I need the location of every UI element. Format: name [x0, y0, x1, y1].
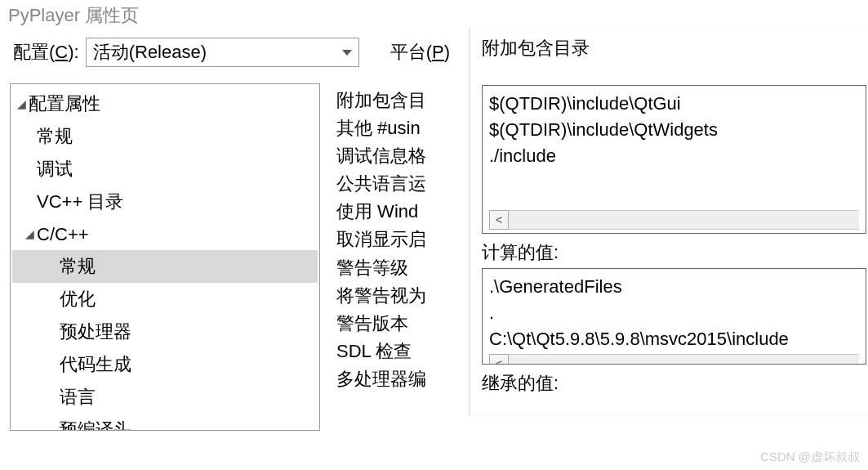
computed-line: . [489, 300, 859, 326]
tree-item-cpp-language[interactable]: 语言 [12, 381, 318, 414]
prop-row[interactable]: 附加包含目 [336, 87, 483, 114]
config-label: 配置(C): [13, 40, 79, 65]
scroll-left-icon[interactable]: < [489, 354, 509, 365]
inherited-label: 继承的值: [482, 371, 866, 396]
edit-line: $(QTDIR)\include\QtWidgets [489, 117, 859, 143]
prop-row[interactable]: 其他 #usin [336, 114, 483, 142]
edit-line: $(QTDIR)\include\QtGui [489, 91, 859, 117]
popup-title: 附加包含目录 [470, 28, 868, 85]
prop-row[interactable]: 警告版本 [336, 310, 483, 338]
prop-row[interactable]: 将警告视为 [336, 282, 483, 310]
edit-line: ./include [489, 143, 859, 169]
scroll-track[interactable] [509, 210, 859, 230]
scroll-track[interactable] [509, 354, 859, 365]
tree-item-cpp-codegen[interactable]: 代码生成 [12, 348, 318, 381]
prop-row[interactable]: 公共语言运 [336, 170, 483, 198]
tree-item-cpp[interactable]: ◢ C/C++ [12, 218, 318, 251]
include-dirs-popup: 附加包含目录 $(QTDIR)\include\QtGui $(QTDIR)\i… [470, 28, 868, 415]
chevron-down-icon [342, 50, 352, 56]
tree-item-cpp-optimize[interactable]: 优化 [12, 283, 318, 316]
computed-line: .\GeneratedFiles [489, 274, 859, 300]
tree-item-vcdirs[interactable]: VC++ 目录 [12, 186, 318, 218]
horizontal-scrollbar[interactable]: < [489, 210, 859, 230]
scroll-left-icon[interactable]: < [489, 210, 509, 230]
watermark: CSDN @虚坏叔叔 [760, 450, 860, 465]
tree-item-cpp-general[interactable]: 常规 [12, 250, 318, 283]
prop-row[interactable]: 调试信息格 [336, 142, 483, 170]
tree-panel[interactable]: ◢ 配置属性 常规 调试 VC++ 目录 ◢ C/C++ 常规 优化 预处理器 … [10, 83, 320, 431]
tree-item-debug[interactable]: 调试 [12, 153, 318, 186]
computed-values-box: .\GeneratedFiles . C:\Qt\Qt5.9.8\5.9.8\m… [482, 268, 866, 365]
horizontal-scrollbar[interactable]: < [489, 354, 859, 365]
tree-item-cpp-pch[interactable]: 预编译头 [12, 414, 318, 431]
prop-row[interactable]: 取消显示启 [336, 226, 483, 253]
config-dropdown-value: 活动(Release) [93, 40, 207, 65]
include-dirs-editbox[interactable]: $(QTDIR)\include\QtGui $(QTDIR)\include\… [482, 85, 866, 234]
properties-panel: 附加包含目 其他 #usin 调试信息格 公共语言运 使用 Wind 取消显示启… [336, 83, 483, 431]
window-title: PyPlayer 属性页 [0, 0, 868, 31]
computed-label: 计算的值: [482, 240, 866, 265]
tree-item-general[interactable]: 常规 [12, 120, 318, 153]
platform-label: 平台(P) [390, 40, 450, 65]
prop-row[interactable]: 使用 Wind [336, 198, 483, 226]
prop-row[interactable]: SDL 检查 [336, 338, 483, 365]
tree-root[interactable]: ◢ 配置属性 [12, 87, 318, 120]
caret-down-icon: ◢ [16, 96, 27, 112]
caret-down-icon: ◢ [24, 226, 35, 242]
tree-item-cpp-preproc[interactable]: 预处理器 [12, 316, 318, 348]
prop-row[interactable]: 警告等级 [336, 254, 483, 282]
prop-row[interactable]: 多处理器编 [336, 365, 483, 393]
computed-line: C:\Qt\Qt5.9.8\5.9.8\msvc2015\include [489, 326, 859, 352]
config-dropdown[interactable]: 活动(Release) [86, 38, 359, 67]
